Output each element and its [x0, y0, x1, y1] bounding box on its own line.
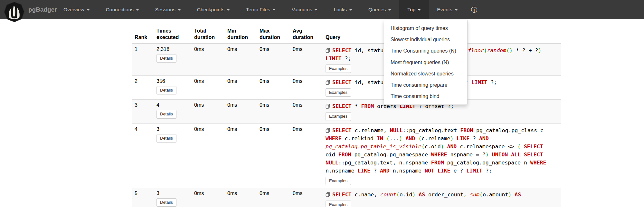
top-dropdown-menu: Histogram of query timesSlowest individu…	[384, 20, 468, 105]
sql-segment: )	[508, 192, 511, 198]
sql-segment: (	[396, 192, 400, 198]
queries-report: RankTimesexecutedTotaldurationMinduratio…	[132, 25, 561, 207]
table-row: 12,318Details0ms0ms0ms0msSELECT id, stat…	[132, 44, 561, 76]
times-executed-cell: 4Details	[154, 100, 192, 123]
total-duration-cell: 0ms	[192, 76, 225, 100]
sql-segment: ?;	[482, 168, 492, 174]
sql-segment: NULL	[326, 160, 338, 166]
dropdown-item-time-consuming-bind[interactable]: Time consuming bind	[384, 91, 467, 102]
nav-item-label: Queries	[368, 7, 386, 13]
sql-segment: oid	[326, 152, 338, 158]
nav-item-overview[interactable]: Overview	[55, 0, 98, 19]
info-icon[interactable]: ⓘ	[466, 0, 483, 19]
query-cell: SELECT c.name, count(o.id) AS order_coun…	[323, 188, 561, 207]
examples-button[interactable]: Examples	[326, 112, 351, 121]
sql-segment: IN	[377, 135, 383, 142]
sql-segment: pg_catalog.pg_table_is_visible	[326, 143, 421, 150]
sql-segment: c.relname,	[352, 127, 390, 133]
sql-segment: pg_catalog.pg_class c	[473, 127, 544, 133]
sql-segment: ::pg_catalog.text, n.nspname	[338, 160, 431, 166]
copy-icon[interactable]	[326, 79, 330, 84]
max-duration-cell: 0ms	[257, 188, 290, 207]
dropdown-item-time-consuming-prepare[interactable]: Time consuming prepare	[384, 79, 467, 91]
sql-segment: LIMIT	[466, 168, 482, 174]
copy-icon[interactable]	[326, 103, 330, 108]
max-duration-cell: 0ms	[257, 76, 290, 100]
examples-button[interactable]: Examples	[326, 64, 351, 73]
avg-duration-cell: 0ms	[290, 76, 323, 100]
table-row: 34Details0ms0ms0ms0msSELECT * FROM order…	[132, 100, 561, 123]
examples-button[interactable]: Examples	[326, 177, 351, 185]
sql-segment: LIKE	[457, 135, 469, 142]
details-button[interactable]: Details	[156, 86, 176, 94]
nav-item-vacuums[interactable]: Vacuums	[284, 0, 326, 19]
nav-item-temp-files[interactable]: Temp Files	[238, 0, 284, 19]
nav-item-connections[interactable]: Connections	[98, 0, 147, 19]
copy-icon[interactable]	[326, 127, 330, 132]
sql-segment	[521, 143, 524, 150]
sql-segment: UNION ALL	[492, 152, 521, 158]
nav-item-locks[interactable]: Locks	[326, 0, 360, 19]
times-executed-value: 356	[156, 78, 189, 84]
rank-cell: 3	[132, 100, 154, 123]
times-executed-value: 4	[156, 102, 189, 108]
details-button[interactable]: Details	[156, 54, 176, 63]
sql-segment: *	[352, 103, 361, 109]
sql-segment: id, statu	[352, 47, 384, 54]
dropdown-item-most-frequent-queries-n[interactable]: Most frequent queries (N)	[384, 57, 467, 68]
chevron-down-icon	[136, 9, 139, 11]
examples-button[interactable]: Examples	[326, 88, 351, 97]
examples-button-wrap: Examples	[326, 110, 558, 121]
sql-segment: floor	[468, 47, 484, 54]
avg-duration-cell: 0ms	[290, 44, 323, 76]
nav-item-top[interactable]: Top	[399, 0, 429, 19]
sql-segment: SELECT	[332, 103, 352, 109]
sql-segment: SELECT	[332, 79, 352, 85]
sql-segment: LIKE	[357, 168, 370, 174]
sql-segment: ()	[506, 47, 513, 54]
rank-cell: 5	[132, 188, 154, 207]
sql-segment	[444, 143, 447, 150]
times-executed-value: 3	[156, 126, 189, 132]
dropdown-item-normalized-slowest-queries[interactable]: Normalized slowest queries	[384, 68, 467, 79]
nav-item-label: Checkpoints	[197, 7, 224, 13]
sql-segment	[521, 152, 524, 158]
sql-segment: ?;	[342, 55, 351, 62]
sql-segment: count	[380, 192, 396, 198]
times-executed-value: 3	[156, 191, 189, 196]
dropdown-item-slowest-individual-queries[interactable]: Slowest individual queries	[384, 34, 467, 45]
sql-segment: )	[441, 143, 444, 150]
details-button[interactable]: Details	[156, 198, 176, 207]
sql-segment: c.name,	[352, 192, 380, 198]
sql-segment: (	[418, 135, 421, 142]
copy-icon[interactable]	[326, 47, 330, 52]
max-duration-cell: 0ms	[257, 100, 290, 123]
sql-segment: (	[484, 47, 487, 54]
sql-segment: n.nspname	[390, 168, 425, 174]
chevron-down-icon	[455, 9, 458, 11]
examples-button-wrap: Examples	[326, 175, 558, 185]
details-button[interactable]: Details	[156, 110, 176, 118]
copy-icon[interactable]	[326, 191, 330, 196]
dropdown-item-time-consuming-queries-n[interactable]: Time Consuming queries (N)	[384, 45, 467, 56]
nav-item-label: Events	[437, 7, 452, 13]
dropdown-item-histogram-of-query-times[interactable]: Histogram of query times	[384, 23, 467, 34]
sql-segment: c.relkind	[342, 135, 377, 142]
pgbadger-logo[interactable]	[4, 2, 24, 22]
sql-segment	[415, 135, 418, 142]
nav-item-events[interactable]: Events	[429, 0, 466, 19]
brand-title[interactable]: pgBadger	[28, 0, 57, 19]
sql-segment	[453, 135, 457, 142]
total-duration-cell: 0ms	[192, 100, 225, 123]
sql-segment	[489, 152, 492, 158]
nav-item-sessions[interactable]: Sessions	[147, 0, 189, 19]
details-button[interactable]: Details	[156, 134, 176, 143]
sql-segment: SELECT	[332, 127, 352, 133]
column-header-min-duration: Minduration	[225, 25, 257, 44]
column-header-rank: Rank	[132, 25, 154, 44]
nav-item-checkpoints[interactable]: Checkpoints	[189, 0, 238, 19]
examples-button[interactable]: Examples	[326, 201, 351, 207]
nav-item-queries[interactable]: Queries	[360, 0, 399, 19]
avg-duration-cell: 0ms	[290, 123, 323, 188]
table-row: 43Details0ms0ms0ms0msSELECT c.relname, N…	[132, 123, 561, 188]
